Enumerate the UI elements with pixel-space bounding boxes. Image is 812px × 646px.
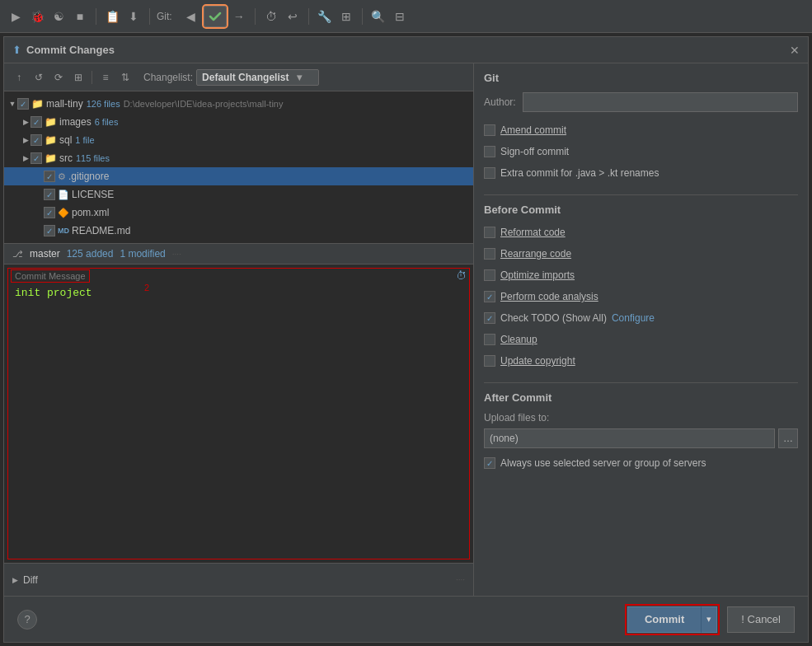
tree-item[interactable]: ▶ ✓ 📁 src 115 files [4, 149, 473, 167]
folder-icon: 📁 [45, 152, 57, 164]
branch-added: 125 added [67, 248, 114, 260]
coverage-icon[interactable]: ☯ [49, 7, 68, 26]
changelist-dropdown[interactable]: Default Changelist ▾ [196, 69, 319, 86]
rearrange-checkbox[interactable] [484, 248, 495, 260]
group-icon[interactable]: ⊞ [70, 69, 87, 86]
extra-label: Extra commit for .java > .kt renames [500, 167, 659, 179]
upload-dots-button[interactable]: … [778, 428, 798, 448]
close-button[interactable]: ✕ [790, 44, 800, 57]
help-button[interactable]: ? [17, 610, 37, 630]
search-icon[interactable]: 🔍 [369, 7, 387, 26]
diff-section[interactable]: ▶ Diff ···· [4, 563, 473, 596]
commit-dropdown-button[interactable]: ▾ [701, 606, 717, 633]
debug-icon[interactable]: 🐞 [28, 7, 46, 26]
cancel-button[interactable]: ! Cancel [727, 606, 795, 633]
amend-row: Amend commit [484, 122, 798, 138]
commit-message-input[interactable]: init project [7, 268, 470, 559]
expand-icon[interactable]: ≡ [97, 69, 114, 86]
git-back-icon[interactable]: ◀ [182, 7, 200, 26]
always-use-checkbox[interactable]: ✓ [484, 457, 495, 469]
upload-select[interactable]: (none) FTP Server SFTP [484, 428, 775, 448]
commit-history-icon[interactable]: ⏱ [456, 269, 467, 282]
checktodo-checkbox[interactable]: ✓ [484, 312, 495, 324]
rearrange-row: Rearrange code [484, 246, 798, 262]
undo-icon[interactable]: ↩ [284, 7, 302, 26]
upload-label: Upload files to: [484, 412, 798, 424]
cleanup-checkbox[interactable] [484, 334, 495, 345]
dialog-title-icon: ⬆ [12, 44, 21, 56]
collapse-icon[interactable]: ⇅ [117, 69, 134, 86]
git-push-icon[interactable]: → [230, 7, 248, 26]
tree-checkbox[interactable]: ✓ [44, 189, 55, 200]
bottom-bar: ? Commit ▾ ! Cancel [4, 596, 808, 642]
tree-checkbox[interactable]: ✓ [44, 225, 55, 236]
tree-item[interactable]: ▼ ✓ 📁 mall-tiny 126 files D:\developer\I… [4, 95, 473, 113]
reformat-row: Reformat code [484, 224, 798, 241]
checktodo-label: Check TODO (Show All) [500, 312, 607, 324]
right-panel: Git Author: Amend commit Sign-off commit… [474, 63, 808, 596]
sync-icon[interactable]: ⟳ [50, 69, 67, 86]
multi-icon[interactable]: ⊟ [391, 7, 409, 26]
tree-checkbox[interactable]: ✓ [31, 134, 42, 146]
branch-icon: ⎇ [12, 249, 23, 260]
tree-checkbox[interactable]: ✓ [17, 98, 29, 110]
settings-icon[interactable]: 🔧 [316, 7, 334, 26]
gitignore-icon: ⚙ [58, 171, 66, 182]
update-icon[interactable]: ⬇ [124, 7, 143, 26]
optimize-row: Optimize imports [484, 267, 798, 283]
commit-message-area: Commit Message ⏱ 2 init project [4, 264, 473, 563]
signoff-checkbox[interactable] [484, 146, 495, 157]
optimize-checkbox[interactable] [484, 269, 495, 281]
pom-icon: 🔶 [58, 208, 69, 218]
perform-row: ✓ Perform code analysis [484, 288, 798, 305]
signoff-label: Sign-off commit [500, 146, 569, 157]
before-commit-title: Before Commit [484, 204, 798, 216]
reformat-label: Reformat code [500, 227, 566, 238]
author-input[interactable] [523, 92, 798, 112]
refresh-icon[interactable]: ↺ [31, 69, 47, 86]
branch-bar: ⎇ master 125 added 1 modified ···· [4, 243, 473, 264]
cleanup-row: Cleanup [484, 331, 798, 348]
stop-icon[interactable]: ■ [71, 7, 89, 26]
tree-arrow: ▶ [21, 153, 31, 163]
upload-row: (none) FTP Server SFTP … [484, 428, 798, 448]
rearrange-label: Rearrange code [500, 248, 571, 260]
tree-item[interactable]: ✓ 🔶 pom.xml [4, 204, 473, 222]
after-commit-title: After Commit [484, 391, 798, 404]
extra-checkbox[interactable] [484, 167, 495, 179]
history-icon[interactable]: ⏱ [262, 7, 280, 26]
file-manager-icon[interactable]: ⊞ [337, 7, 355, 26]
tree-item[interactable]: ✓ ⚙ .gitignore [4, 167, 473, 185]
move-up-icon[interactable]: ↑ [11, 69, 27, 86]
tree-item[interactable]: ▶ ✓ 📁 images 6 files [4, 113, 473, 131]
commit-main-button[interactable]: Commit [627, 606, 701, 633]
copyright-row: Update copyright [484, 353, 798, 369]
before-commit-divider [484, 194, 798, 195]
run-icon[interactable]: ▶ [7, 7, 25, 26]
tree-checkbox[interactable]: ✓ [31, 116, 42, 128]
tree-item[interactable]: ▶ ✓ 📁 sql 1 file [4, 131, 473, 149]
dialog-title: Commit Changes [26, 44, 785, 56]
perform-checkbox[interactable]: ✓ [484, 291, 495, 302]
copyright-checkbox[interactable] [484, 355, 495, 367]
configure-link[interactable]: Configure [612, 312, 655, 324]
vcs-icon[interactable]: 📋 [103, 7, 121, 26]
checktodo-row: ✓ Check TODO (Show All) Configure [484, 310, 798, 326]
reformat-checkbox[interactable] [484, 227, 495, 238]
file-tree: ▼ ✓ 📁 mall-tiny 126 files D:\developer\I… [4, 91, 473, 243]
tree-arrow: ▶ [21, 117, 31, 127]
changelist-label: Changelist: [143, 72, 193, 83]
tree-checkbox[interactable]: ✓ [44, 207, 55, 218]
commit-dialog: ⬆ Commit Changes ✕ ↑ ↺ ⟳ ⊞ ≡ ⇅ Changelis… [3, 36, 809, 643]
diff-dots: ···· [456, 575, 465, 584]
tree-checkbox[interactable]: ✓ [44, 171, 55, 182]
folder-icon: 📁 [31, 98, 44, 110]
tree-item[interactable]: ✓ MD README.md [4, 222, 473, 240]
optimize-label: Optimize imports [500, 269, 575, 281]
tree-checkbox[interactable]: ✓ [31, 152, 42, 164]
tree-item[interactable]: ✓ 📄 LICENSE [4, 185, 473, 204]
git-section-title: Git [484, 72, 798, 84]
git-commit-btn[interactable] [204, 6, 227, 27]
amend-checkbox[interactable] [484, 124, 495, 136]
perform-label: Perform code analysis [500, 291, 598, 302]
